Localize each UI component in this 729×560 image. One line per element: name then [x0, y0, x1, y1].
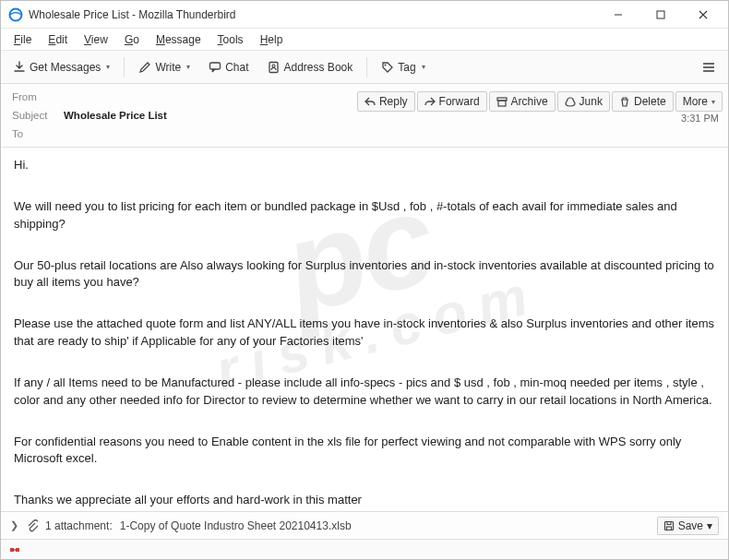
menu-help[interactable]: Help [253, 31, 291, 48]
expand-attachments-button[interactable]: ❯ [10, 519, 18, 531]
menu-edit[interactable]: Edit [41, 31, 75, 48]
menu-go[interactable]: Go [117, 31, 147, 48]
svg-rect-13 [498, 101, 506, 106]
pencil-icon [138, 61, 151, 74]
svg-rect-2 [657, 11, 664, 18]
tag-label: Tag [398, 61, 415, 74]
menu-message[interactable]: Message [149, 31, 209, 48]
window-title: Wholesale Price List - Mozilla Thunderbi… [29, 8, 597, 21]
forward-icon [424, 97, 436, 107]
save-attachment-button[interactable]: Save ▾ [657, 517, 719, 535]
chevron-down-icon: ▾ [707, 519, 712, 532]
write-label: Write [155, 61, 181, 74]
get-messages-button[interactable]: Get Messages ▾ [5, 56, 118, 78]
message-headers: From SubjectWholesale Price List To Repl… [1, 84, 728, 148]
hamburger-icon [701, 61, 716, 74]
paperclip-icon [26, 519, 38, 532]
app-icon [8, 7, 23, 22]
svg-rect-18 [16, 548, 19, 552]
reply-button[interactable]: Reply [357, 91, 415, 112]
svg-point-0 [10, 8, 22, 20]
attachment-filename[interactable]: 1-Copy of Quote Industro Sheet 20210413.… [120, 519, 352, 532]
tag-icon [381, 61, 394, 74]
chat-button[interactable]: Chat [200, 56, 257, 78]
attachment-count: 1 attachment: [45, 519, 113, 532]
menu-file[interactable]: File [6, 31, 39, 48]
reply-icon [364, 97, 376, 107]
maximize-button[interactable] [639, 1, 682, 29]
archive-button[interactable]: Archive [489, 91, 556, 112]
svg-rect-16 [666, 527, 671, 530]
status-bar [1, 539, 728, 559]
svg-rect-15 [667, 521, 671, 524]
get-messages-label: Get Messages [30, 61, 101, 74]
chevron-down-icon: ▾ [422, 63, 425, 71]
junk-icon [565, 97, 576, 107]
hamburger-menu-button[interactable] [693, 56, 724, 78]
subject-value: Wholesale Price List [64, 110, 167, 121]
to-label: To [12, 128, 64, 139]
svg-rect-17 [10, 548, 14, 552]
more-button[interactable]: More▾ [675, 91, 723, 112]
title-bar: Wholesale Price List - Mozilla Thunderbi… [1, 1, 728, 29]
body-paragraph: Hi. [14, 157, 715, 174]
delete-button[interactable]: Delete [612, 91, 674, 112]
app-window: Wholesale Price List - Mozilla Thunderbi… [0, 0, 729, 560]
close-button[interactable] [682, 1, 724, 29]
svg-point-8 [385, 64, 387, 66]
toolbar-separator [124, 57, 125, 77]
menu-view[interactable]: View [77, 31, 115, 48]
address-book-button[interactable]: Address Book [259, 56, 362, 78]
message-time: 3:31 PM [681, 112, 728, 125]
minimize-button[interactable] [597, 1, 639, 29]
chevron-down-icon: ▾ [711, 98, 715, 106]
main-toolbar: Get Messages ▾ Write ▾ Chat Address Book… [1, 51, 728, 84]
message-body[interactable]: Hi. We will need you to list pricing for… [1, 148, 728, 511]
offline-icon[interactable] [8, 543, 21, 556]
body-paragraph: Please use the attached quote form and l… [14, 316, 715, 351]
body-paragraph: For confidential reasons you need to Ena… [14, 434, 715, 469]
chat-label: Chat [225, 61, 248, 74]
trash-icon [619, 97, 630, 107]
body-paragraph: Our 50-plus retail locations are Also al… [14, 257, 715, 292]
download-icon [13, 61, 26, 74]
window-controls [597, 1, 724, 29]
attachment-bar: ❯ 1 attachment: 1-Copy of Quote Industro… [1, 511, 728, 539]
junk-button[interactable]: Junk [557, 91, 610, 112]
address-book-label: Address Book [284, 61, 353, 74]
menu-bar: File Edit View Go Message Tools Help [1, 29, 728, 51]
body-paragraph: We will need you to list pricing for eac… [14, 198, 715, 233]
tag-button[interactable]: Tag ▾ [373, 56, 433, 78]
svg-rect-14 [664, 521, 673, 530]
body-paragraph: If any / all Items need to be Manufactur… [14, 375, 715, 410]
chevron-down-icon: ▾ [106, 63, 110, 71]
chevron-down-icon: ▾ [186, 63, 190, 71]
archive-icon [496, 97, 508, 107]
save-icon [663, 520, 675, 531]
menu-tools[interactable]: Tools [210, 31, 251, 48]
address-book-icon [268, 61, 281, 74]
svg-rect-5 [210, 63, 221, 69]
from-label: From [12, 91, 64, 102]
subject-label: Subject [12, 110, 64, 121]
chat-icon [209, 61, 221, 74]
body-paragraph: Thanks we appreciate all your efforts an… [14, 492, 715, 509]
toolbar-separator [366, 57, 367, 77]
forward-button[interactable]: Forward [417, 91, 487, 112]
message-actions: Reply Forward Archive Junk Delete More▾ [357, 88, 728, 112]
svg-point-7 [272, 65, 275, 67]
write-button[interactable]: Write ▾ [130, 56, 198, 78]
